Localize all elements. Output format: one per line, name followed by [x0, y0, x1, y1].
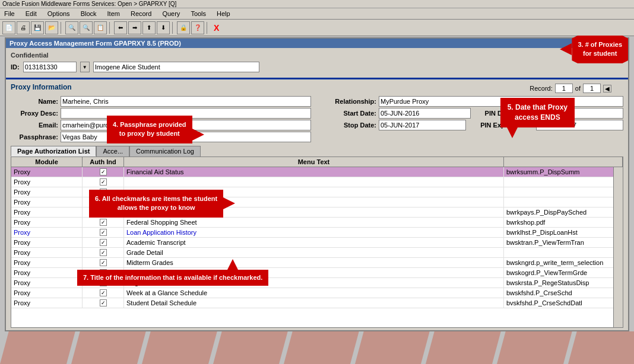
cell-checkbox[interactable] — [83, 238, 124, 247]
menu-edit[interactable]: Edit — [24, 9, 39, 18]
cell-checkbox[interactable] — [83, 167, 124, 177]
row-checkbox[interactable] — [100, 259, 107, 266]
record-total[interactable] — [583, 84, 601, 93]
confidential-label: Confidential — [11, 50, 623, 60]
toolbar-btn-13[interactable]: ❓ — [191, 21, 204, 34]
relationship-input[interactable] — [379, 96, 623, 107]
stop-date-label: Stop Date: — [323, 122, 376, 129]
menu-item[interactable]: Item — [106, 9, 122, 18]
row-checkbox[interactable] — [100, 168, 107, 175]
cell-module: Proxy — [11, 207, 83, 217]
menu-tools[interactable]: Tools — [189, 9, 208, 18]
row-checkbox[interactable] — [100, 269, 107, 276]
form-header: Confidential ID: ▼ — [6, 48, 628, 76]
cell-checkbox[interactable] — [83, 177, 124, 187]
id-name-input[interactable] — [93, 62, 259, 72]
row-checkbox[interactable] — [100, 199, 107, 206]
start-date-row: Start Date: PIN Disabled: — [323, 108, 623, 119]
cell-checkbox[interactable] — [83, 187, 124, 197]
toolbar-btn-1[interactable]: 📄 — [2, 21, 15, 34]
passphrase-input[interactable] — [61, 132, 311, 142]
toolbar-btn-10[interactable]: ⬆ — [142, 21, 156, 34]
id-input[interactable] — [23, 62, 77, 72]
menu-file[interactable]: File — [2, 9, 17, 18]
toolbar-btn-5[interactable]: 🔍 — [65, 21, 78, 34]
cell-code — [504, 197, 623, 207]
table-row: Proxy — [11, 177, 623, 187]
row-checkbox[interactable] — [100, 189, 107, 196]
cell-module: Proxy — [11, 238, 83, 247]
row-checkbox[interactable] — [100, 209, 107, 216]
stop-date-input[interactable] — [379, 120, 466, 130]
tab-access[interactable]: Acce... — [96, 146, 129, 157]
cell-checkbox[interactable] — [83, 268, 124, 277]
menu-help[interactable]: Help — [215, 9, 232, 18]
cell-checkbox[interactable] — [83, 288, 124, 298]
table-scrollbar[interactable] — [613, 167, 623, 327]
id-dropdown[interactable]: ▼ — [80, 62, 90, 72]
row-checkbox[interactable] — [100, 229, 107, 236]
cell-module: Proxy — [11, 187, 83, 197]
cell-code: bwskogrd.P_ViewTermGrde — [504, 268, 623, 277]
pin-expire-input[interactable] — [536, 120, 623, 130]
proxy-desc-label: Proxy Desc: — [11, 110, 58, 117]
row-checkbox[interactable] — [100, 299, 107, 306]
toolbar-btn-12[interactable]: 🔒 — [177, 21, 190, 34]
cell-code: bwskfshd.P_CrseSchd — [504, 288, 623, 298]
start-date-input[interactable] — [379, 108, 471, 119]
menu-query[interactable]: Query — [160, 9, 182, 18]
toolbar-btn-8[interactable]: ⬅ — [114, 21, 127, 34]
pin-disabled-input[interactable] — [531, 108, 623, 119]
toolbar-btn-2[interactable]: 🖨 — [17, 21, 30, 34]
menu-block[interactable]: Block — [79, 9, 99, 18]
cell-code: bwskrsta.P_RegeStatusDisp — [504, 278, 623, 288]
cell-checkbox[interactable] — [83, 207, 124, 217]
cell-checkbox[interactable] — [83, 258, 124, 267]
row-checkbox[interactable] — [100, 289, 107, 296]
row-checkbox[interactable] — [100, 219, 107, 226]
cell-menu-text: Federal Shopping Sheet — [124, 218, 504, 227]
record-input[interactable] — [555, 84, 573, 93]
proxy-desc-input[interactable] — [61, 108, 311, 119]
name-input[interactable] — [61, 96, 311, 107]
email-input[interactable] — [61, 120, 311, 130]
form-close-buttons: ▲ X — [613, 40, 625, 47]
stop-date-row: Stop Date: PIN Expire Date: — [323, 120, 623, 130]
row-checkbox[interactable] — [100, 249, 107, 256]
toolbar-btn-6[interactable]: 🔍 — [80, 21, 93, 34]
toolbar-btn-3[interactable]: 💾 — [31, 21, 44, 34]
email-row: Email: — [11, 120, 311, 130]
cell-code: bwskngrd.p_write_term_selection — [504, 258, 623, 267]
passphrase-label: Passphrase: — [11, 133, 58, 141]
menu-record[interactable]: Record — [129, 9, 153, 18]
separator-1 — [61, 22, 63, 34]
menu-options[interactable]: Options — [46, 9, 72, 18]
toolbar-btn-11[interactable]: ⬇ — [157, 21, 170, 34]
cell-code — [504, 177, 623, 187]
cell-checkbox[interactable] — [83, 228, 124, 237]
cell-checkbox[interactable] — [83, 248, 124, 257]
cell-module: Proxy — [11, 228, 83, 237]
id-row: ID: ▼ — [11, 60, 623, 74]
record-nav-prev[interactable]: ◀ — [603, 85, 611, 92]
toolbar-btn-4[interactable]: 📂 — [45, 21, 58, 34]
proxy-desc-row: Proxy Desc: — [11, 108, 311, 119]
row-checkbox[interactable] — [100, 279, 107, 286]
cell-checkbox[interactable] — [83, 278, 124, 288]
table-row: Proxy Loan Application History bwrklhst.… — [11, 228, 623, 238]
table-row: Proxy Academic Transcript bwsktran.P_Vie… — [11, 238, 623, 248]
toolbar-btn-7[interactable]: 📋 — [94, 21, 107, 34]
row-checkbox[interactable] — [100, 239, 107, 246]
cell-checkbox[interactable] — [83, 298, 124, 308]
cell-checkbox[interactable] — [83, 218, 124, 227]
cell-module: Proxy — [11, 167, 83, 177]
table-body: Proxy Financial Aid Status bwrksumm.P_Di… — [11, 167, 623, 327]
row-checkbox[interactable] — [100, 178, 107, 186]
cell-menu-text: Financial Aid Status — [124, 167, 504, 177]
toolbar-btn-9[interactable]: ➡ — [128, 21, 141, 34]
tab-page-auth[interactable]: Page Authorization List — [11, 146, 96, 157]
cell-checkbox[interactable] — [83, 197, 124, 207]
toolbar-close[interactable]: X — [211, 23, 221, 33]
tab-comm-log[interactable]: Communication Log — [129, 146, 201, 157]
table-row: Proxy Federal Shopping Sheet bwrkshop.pd… — [11, 218, 623, 228]
